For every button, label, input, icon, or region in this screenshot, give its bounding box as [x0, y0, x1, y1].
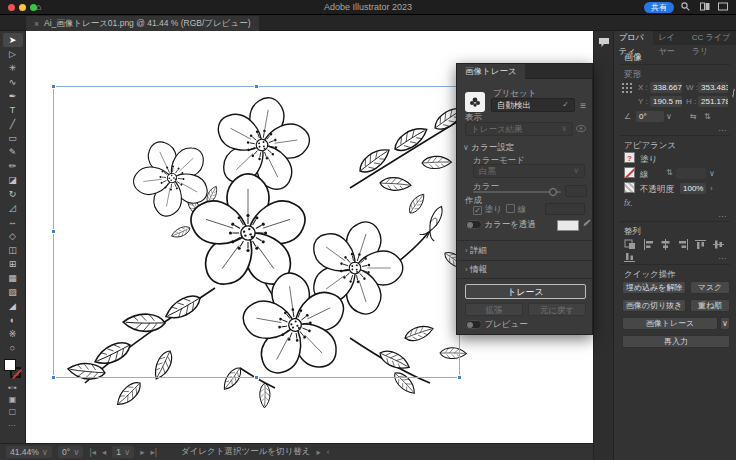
- align-center-horizontal-icon[interactable]: [660, 239, 671, 252]
- opacity-more-icon[interactable]: ›: [710, 184, 713, 193]
- zoom-level-select[interactable]: 41.44%∨: [6, 446, 52, 458]
- eyedropper-tool[interactable]: ◢: [3, 299, 23, 313]
- view-select[interactable]: トレース結果∨: [465, 122, 573, 136]
- fill-swatch-unknown[interactable]: ?: [624, 152, 635, 163]
- line-segment-tool[interactable]: ╱: [3, 117, 23, 131]
- color-mode-select[interactable]: 白黒∨: [473, 164, 585, 178]
- scale-tool[interactable]: ◿: [3, 201, 23, 215]
- selection-handle[interactable]: [457, 375, 462, 380]
- pencil-tool[interactable]: ✏: [3, 159, 23, 173]
- share-button[interactable]: 共有: [644, 2, 674, 13]
- color-slider[interactable]: [473, 191, 561, 193]
- stroke-weight-stepper[interactable]: ⇅: [666, 168, 673, 177]
- w-field[interactable]: 353.483: [698, 82, 728, 93]
- expand-button[interactable]: 拡張: [465, 303, 523, 316]
- selection-handle[interactable]: [51, 375, 56, 380]
- flip-horizontal-icon[interactable]: ⇆: [690, 112, 697, 121]
- y-field[interactable]: 190.5 m: [650, 96, 682, 107]
- gradient-tool[interactable]: ▨: [3, 285, 23, 299]
- stroke-swatch-none[interactable]: [624, 167, 635, 178]
- comments-icon[interactable]: [598, 37, 610, 50]
- screen-mode-toolbar-icon[interactable]: ▢: [9, 405, 17, 417]
- trace-button[interactable]: トレース: [465, 284, 586, 299]
- preview-toggle[interactable]: [465, 320, 482, 329]
- fill-stroke-swatches[interactable]: [3, 359, 23, 381]
- eyedropper-icon[interactable]: [583, 219, 591, 230]
- undo-button[interactable]: 元に戻す: [528, 303, 586, 316]
- width-tool[interactable]: ↔: [3, 215, 23, 229]
- selection-handle[interactable]: [254, 84, 259, 89]
- free-transform-tool[interactable]: ◇: [3, 229, 23, 243]
- selection-handle[interactable]: [51, 84, 56, 89]
- transform-more-options[interactable]: …: [718, 123, 728, 133]
- search-icon[interactable]: [681, 2, 690, 13]
- fill-swatch[interactable]: [4, 359, 16, 371]
- eraser-tool[interactable]: ◪: [3, 173, 23, 187]
- reference-point-locator[interactable]: [622, 83, 633, 94]
- color-settings-header[interactable]: ∨ カラー設定: [463, 142, 514, 154]
- magic-wand-tool[interactable]: ✳: [3, 61, 23, 75]
- appearance-more-options[interactable]: …: [718, 209, 728, 219]
- status-collapse-icon[interactable]: ‹: [327, 447, 330, 457]
- opacity-field[interactable]: 100%: [680, 183, 706, 194]
- status-play-icon[interactable]: ▸: [316, 447, 320, 457]
- blend-tool[interactable]: ◐: [3, 313, 23, 327]
- lasso-tool[interactable]: ∿: [3, 75, 23, 89]
- color-mode-buttons[interactable]: ▪▫▪: [8, 381, 17, 393]
- symbol-sprayer-tool[interactable]: ※: [3, 327, 23, 341]
- align-more-options[interactable]: …: [718, 251, 728, 261]
- pen-tool[interactable]: ✒: [3, 89, 23, 103]
- align-right-icon[interactable]: [678, 239, 689, 252]
- fill-checkbox[interactable]: ✓: [473, 206, 482, 215]
- align-to-selection-icon[interactable]: [624, 239, 636, 252]
- paintbrush-tool[interactable]: ✎: [3, 145, 23, 159]
- drawing-mode-icon[interactable]: ▣: [9, 393, 17, 405]
- preset-menu-icon[interactable]: ≡: [580, 100, 586, 111]
- preset-select[interactable]: 自動検出✓: [491, 98, 575, 112]
- align-left-icon[interactable]: [643, 239, 654, 252]
- crop-image-button[interactable]: 画像の切り抜き: [622, 299, 686, 312]
- selection-tool[interactable]: ➤: [3, 33, 23, 47]
- stroke-weight-caret[interactable]: ∨: [709, 169, 715, 178]
- screen-mode-icon[interactable]: [718, 2, 728, 13]
- advanced-section[interactable]: › 詳細: [465, 245, 487, 257]
- document-tab[interactable]: × Ai_画像トレース01.png @ 41.44 % (RGB/プレビュー): [26, 16, 259, 31]
- artboard-navigation-select[interactable]: 1∨: [112, 446, 134, 458]
- stroke-width-box[interactable]: [545, 203, 585, 215]
- edit-toolbar-icon[interactable]: …: [8, 417, 17, 429]
- shape-builder-tool[interactable]: ◫: [3, 243, 23, 257]
- rotate-tool[interactable]: ↻: [3, 187, 23, 201]
- h-field[interactable]: 251.178: [698, 96, 728, 107]
- workspace-switcher-icon[interactable]: [700, 2, 710, 13]
- fx-icon[interactable]: fx.: [624, 198, 633, 208]
- rectangle-tool[interactable]: ▭: [3, 131, 23, 145]
- direct-selection-tool[interactable]: ▷: [3, 47, 23, 61]
- arrange-button[interactable]: 重ね順: [690, 299, 730, 312]
- trace-preset-icon[interactable]: [465, 92, 485, 112]
- eye-icon[interactable]: [576, 124, 586, 134]
- close-tab-icon[interactable]: ×: [34, 19, 39, 29]
- color-slider-knob[interactable]: [549, 188, 557, 196]
- zoom-tool[interactable]: ○: [3, 341, 23, 355]
- flip-vertical-icon[interactable]: ⇅: [704, 112, 711, 121]
- selection-handle[interactable]: [254, 375, 259, 380]
- perspective-grid-tool[interactable]: ⊞: [3, 257, 23, 271]
- rotation-select[interactable]: 0°: [636, 111, 664, 122]
- rotation-caret-icon[interactable]: ∨: [666, 112, 672, 121]
- transparent-color-swatch[interactable]: [557, 220, 579, 231]
- transparent-color-toggle[interactable]: [465, 220, 482, 229]
- selection-bounding-box[interactable]: [53, 86, 460, 378]
- mesh-tool[interactable]: ▦: [3, 271, 23, 285]
- last-artboard-icon[interactable]: ▸|: [150, 447, 156, 457]
- image-trace-preset-caret[interactable]: ∨: [720, 317, 730, 330]
- unembed-button[interactable]: 埋め込みを解除: [622, 281, 686, 294]
- tab-layers[interactable]: レイヤー: [653, 31, 686, 45]
- color-value-box[interactable]: [565, 185, 587, 197]
- previous-artboard-icon[interactable]: ◂: [102, 447, 106, 457]
- link-dimensions-icon[interactable]: [730, 88, 736, 100]
- stroke-checkbox[interactable]: [506, 204, 515, 213]
- tab-properties[interactable]: プロパティ: [614, 31, 653, 45]
- x-field[interactable]: 338.667: [650, 82, 682, 93]
- next-artboard-icon[interactable]: ▸: [140, 447, 144, 457]
- first-artboard-icon[interactable]: |◂: [89, 447, 95, 457]
